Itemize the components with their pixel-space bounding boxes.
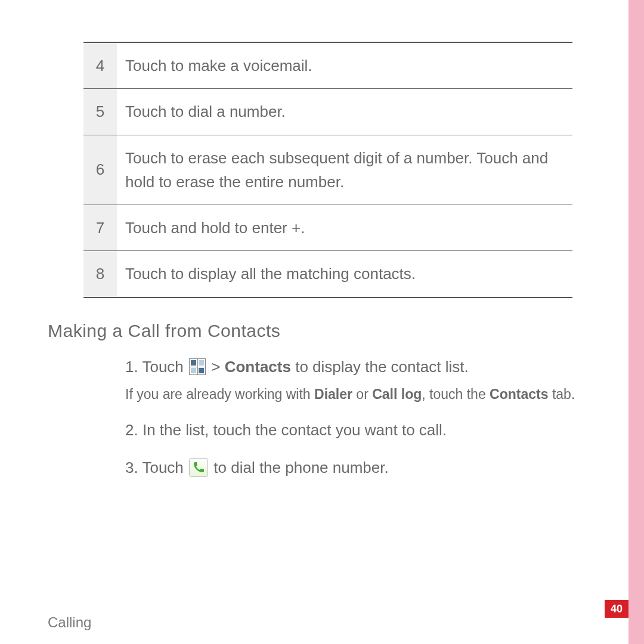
row-number: 4 <box>83 42 117 89</box>
sub-text: or <box>352 386 372 402</box>
step-text: > <box>211 358 224 376</box>
table-row: 4 Touch to make a voicemail. <box>83 42 572 89</box>
step-subtext: If you are already working with Dialer o… <box>125 385 590 404</box>
row-description: Touch to display all the matching contac… <box>117 251 572 298</box>
table-row: 7 Touch and hold to enter +. <box>83 205 572 251</box>
row-description: Touch to dial a number. <box>117 89 572 135</box>
sub-text: tab. <box>549 386 575 402</box>
page-content: 4 Touch to make a voicemail. 5 Touch to … <box>48 42 584 494</box>
sub-text: If you are already working with <box>125 386 314 402</box>
steps-list: 1. Touch > Contacts to display the conta… <box>125 355 590 479</box>
table-row: 6 Touch to erase each subsequent digit o… <box>83 135 572 205</box>
sub-bold: Contacts <box>490 386 548 402</box>
step-text: to display the contact list. <box>295 358 468 376</box>
side-accent-bar <box>628 0 644 644</box>
sub-bold: Dialer <box>314 386 352 402</box>
step-text: 3. Touch <box>125 459 188 476</box>
table-row: 5 Touch to dial a number. <box>83 89 572 135</box>
step-2: 2. In the list, touch the contact you wa… <box>125 419 590 442</box>
section-heading: Making a Call from Contacts <box>48 321 584 341</box>
apps-grid-icon <box>189 358 206 375</box>
row-number: 7 <box>83 205 117 251</box>
sub-bold: Call log <box>372 386 422 402</box>
row-description: Touch and hold to enter +. <box>117 205 572 251</box>
legend-table: 4 Touch to make a voicemail. 5 Touch to … <box>83 42 572 298</box>
step-1: 1. Touch > Contacts to display the conta… <box>125 355 590 404</box>
step-3: 3. Touch to dial the phone number. <box>125 456 590 479</box>
page-number-badge: 40 <box>605 600 628 618</box>
row-description: Touch to erase each subsequent digit of … <box>117 135 572 205</box>
row-description: Touch to make a voicemail. <box>117 42 572 89</box>
table-row: 8 Touch to display all the matching cont… <box>83 251 572 298</box>
row-number: 8 <box>83 251 117 298</box>
sub-text: , touch the <box>422 386 490 402</box>
phone-call-icon <box>189 458 208 477</box>
step-text: 1. Touch <box>125 358 188 376</box>
step-bold: Contacts <box>225 358 291 376</box>
step-text: to dial the phone number. <box>213 459 388 476</box>
footer-section-label: Calling <box>48 614 91 631</box>
row-number: 5 <box>83 89 117 135</box>
row-number: 6 <box>83 135 117 205</box>
